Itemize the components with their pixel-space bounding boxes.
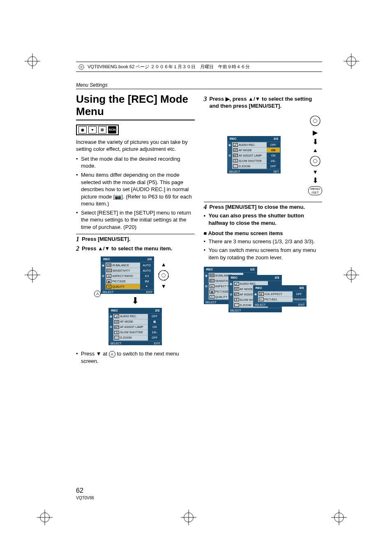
registration-mark-icon [25, 267, 40, 283]
step-number: 3 [204, 96, 207, 110]
up-arrow-icon: ▲ [313, 147, 318, 153]
menu-screen-1: REC1/3 ◉WBW.BALANCEAUTOISOSENSITIVITYAUT… [101, 256, 154, 294]
svg-point-22 [159, 270, 168, 280]
step-2: 2 Press ▲/▼ to select the menu item. [76, 245, 195, 252]
down-arrow-icon: ▼ [105, 245, 110, 252]
dial-icon [309, 155, 321, 167]
down-arrow-icon: ▼ [313, 169, 318, 175]
mode-icons-row: ◉ ♥ ⊞ SCN [76, 125, 119, 135]
label-A: A [94, 291, 101, 297]
down-arrow-icon: ⬇ [312, 178, 318, 183]
up-arrow-icon: ▲ [248, 96, 254, 102]
bullet-item: There are 3 menu screens (1/3, 2/3 and 3… [204, 238, 323, 245]
step-3: 3 Press ▶, press ▲/▼ to select the setti… [204, 96, 323, 110]
section-label: Menu Settings [76, 82, 322, 89]
page-number-block: 62 VQT0V86 [76, 487, 94, 501]
down-arrow-large-icon: ⬇ [76, 297, 195, 305]
dial-icon [157, 269, 170, 282]
movie-mode-icon: ⊞ [98, 126, 106, 134]
step-number: 2 [76, 245, 79, 252]
down-arrow-icon: ▼ [255, 96, 261, 102]
heart-mode-icon: ♥ [88, 126, 97, 134]
scn-mode-icon: SCN [108, 126, 116, 134]
svg-point-24 [310, 116, 320, 126]
print-header: VQT0V86ENG.book 62 ページ ２００６年１月３０日 月曜日 午前… [76, 62, 322, 72]
intro-text: Increase the variety of pictures you can… [76, 138, 195, 153]
bullet-item: You can switch menu screens from any men… [204, 247, 323, 261]
bullet-item: You can also press the shutter button ha… [204, 212, 323, 226]
registration-mark-icon [331, 510, 347, 525]
svg-point-25 [314, 119, 317, 122]
menu-set-label: MENU /SET [308, 186, 322, 195]
svg-point-23 [162, 273, 166, 277]
print-mark-icon [78, 64, 84, 70]
bullet-item: Menu items differ depending on the mode … [76, 171, 195, 208]
page-number: 62 [76, 487, 83, 494]
bullet-item: Set the mode dial to the desired recordi… [76, 155, 195, 170]
registration-mark-icon [25, 53, 40, 69]
registration-mark-icon [181, 510, 196, 525]
step-text: Press [MENU/SET] to close the menu. [210, 204, 305, 211]
menu-cascade: REC1/3 ◉WBW.BALANCEISOSENSITIVITY⚙⊞ASPEC… [204, 264, 323, 326]
step-1: 1 Press [MENU/SET]. [76, 234, 195, 243]
step-text: Press [MENU/SET]. [82, 236, 130, 243]
registration-mark-icon [344, 53, 359, 69]
bullet-item: Press ▼ at A to switch to the next menu … [76, 350, 195, 365]
intro-bullets: Set the mode dial to the desired recordi… [76, 155, 195, 231]
svg-point-27 [314, 159, 317, 163]
step-text: Press ▲/▼ to select the menu item. [82, 245, 172, 252]
step-4: 4 Press [MENU/SET] to close the menu. [204, 202, 323, 211]
down-arrow-icon: ⬇ [312, 139, 318, 145]
camera-mode-icon: ◉ [78, 126, 87, 134]
print-header-text: VQT0V86ENG.book 62 ページ ２００６年１月３０日 月曜日 午前… [88, 64, 250, 70]
about-heading: About the menu screen items [204, 230, 323, 236]
down-arrow-icon: ▼ [161, 283, 166, 289]
step2-note: Press ▼ at A to switch to the next menu … [76, 350, 195, 365]
right-arrow-icon: ▶ [313, 129, 318, 136]
doc-code: VQT0V86 [76, 496, 94, 500]
bullet-item: Select [RESET] in the [SETUP] menu to re… [76, 209, 195, 231]
registration-mark-icon [37, 510, 53, 525]
svg-point-26 [310, 156, 320, 166]
step4-bullets: You can also press the shutter button ha… [204, 212, 323, 226]
cascade-screen-3: REC3/3 ◉✿COL.EFFECTOFF✂PICT.ADJ.STANDARD… [253, 285, 307, 307]
step-text: Press ▶, press ▲/▼ to select the setting… [210, 96, 323, 110]
about-bullets: There are 3 menu screens (1/3, 2/3 and 3… [204, 238, 323, 261]
registration-mark-icon [344, 267, 359, 283]
up-arrow-icon: ▲ [161, 261, 166, 268]
step-number: 1 [76, 236, 79, 243]
step-number: 4 [204, 204, 207, 211]
up-arrow-icon: ▲ [98, 245, 103, 252]
page-title: Using the [REC] Mode Menu [76, 93, 195, 120]
menu-screen-step3: REC2/3 ◉🎤AUDIO REC.OFFAFAF MODEON⚙AF*AF … [227, 136, 281, 173]
menu-screen-2: REC2/3 ◉🎤AUDIO REC.OFFAFAF MODE▣⚙AF*AF A… [108, 308, 162, 345]
dial-icon [309, 115, 321, 127]
